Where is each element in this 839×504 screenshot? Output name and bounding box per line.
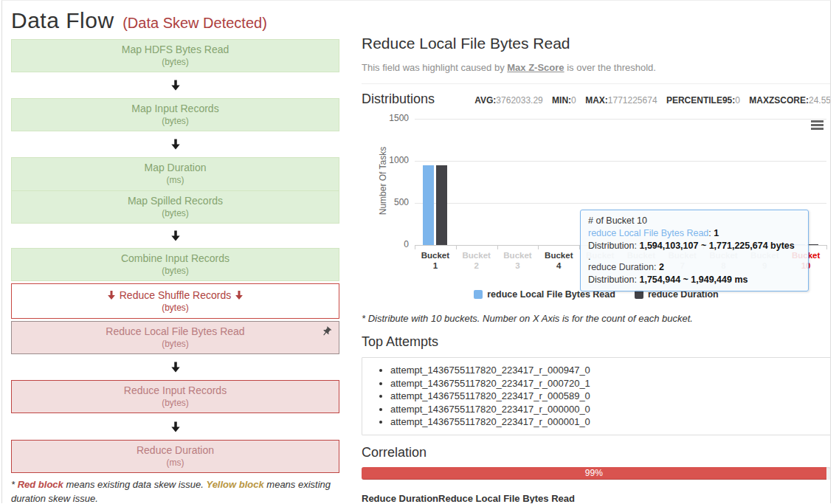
- detail-title: Reduce Local File Bytes Read: [362, 35, 831, 52]
- flow-block-map-spilled-records[interactable]: Map Spilled Records (bytes): [11, 190, 339, 224]
- stat-value: 1771225674: [608, 95, 657, 106]
- flow-connector: [11, 131, 339, 157]
- flow-connector: [11, 72, 339, 98]
- x-axis-label: Bucket3: [497, 250, 539, 271]
- max-zscore-link[interactable]: Max Z-Score: [507, 62, 564, 73]
- block-unit: (ms): [12, 175, 339, 186]
- y-axis-title: Number Of Tasks: [378, 133, 388, 229]
- flow-block-map-input-records[interactable]: Map Input Records (bytes): [11, 98, 339, 131]
- x-axis-tick: [826, 245, 827, 249]
- correlation-heading: Correlation: [362, 444, 831, 460]
- arrow-down-icon: [170, 229, 181, 242]
- x-axis-label: Bucket4: [538, 250, 579, 271]
- y-axis-tick-label: 500: [370, 197, 409, 207]
- x-axis-tick: [415, 245, 415, 249]
- flow-block-map-duration[interactable]: Map Duration (ms): [11, 157, 339, 190]
- flow-block-combine-input-records[interactable]: Combine Input Records (bytes): [11, 248, 339, 281]
- x-axis-label: Bucket2: [456, 250, 497, 271]
- arrow-down-icon: [107, 290, 116, 300]
- block-label: Map Input Records: [12, 102, 339, 116]
- y-axis-tick-label: 1000: [370, 155, 409, 165]
- chart-bar[interactable]: [423, 165, 434, 245]
- y-axis-tick-label: 1500: [370, 113, 409, 123]
- x-axis-tick: [456, 245, 457, 249]
- distributions-header-row: Distributions AVG:3762033.29 MIN:0 MAX:1…: [362, 91, 831, 107]
- distribution-stats: AVG:3762033.29 MIN:0 MAX:1771225674 PERC…: [468, 95, 831, 106]
- flow-block-reduce-local-file-bytes-read[interactable]: Reduce Local File Bytes Read (bytes): [11, 321, 339, 354]
- x-axis-tick: [497, 245, 498, 249]
- x-axis-label: Bucket1: [415, 250, 456, 271]
- block-unit: (bytes): [12, 208, 339, 219]
- tooltip-series-value: 1: [714, 228, 719, 238]
- block-unit: (bytes): [12, 339, 339, 350]
- tooltip-series-row: reduce Duration: 2: [588, 261, 801, 274]
- stat-label: PERCENTILE95:: [666, 95, 735, 106]
- correlation-progress-track: 99%: [362, 467, 831, 480]
- block-label: Map HDFS Bytes Read: [12, 43, 339, 57]
- tooltip-series-name: reduce Local File Bytes Read: [588, 228, 708, 238]
- stat-label: AVG:: [474, 95, 496, 106]
- flow-block-reduce-duration[interactable]: Reduce Duration (ms): [11, 440, 339, 473]
- arrow-down-icon: [235, 290, 244, 300]
- stat-label: MAX:: [585, 95, 608, 106]
- block-label: Reduce Shuffle Records: [12, 289, 339, 303]
- flow-connector: [11, 413, 339, 440]
- page-header: Data Flow (Data Skew Detected): [11, 8, 339, 39]
- chart-footnote: * Distribute with 10 buckets. Number on …: [362, 313, 831, 324]
- divider: [362, 83, 831, 84]
- flow-block-reduce-shuffle-records[interactable]: Reduce Shuffle Records (bytes): [11, 283, 339, 319]
- pin-icon: [321, 326, 332, 339]
- flow-connector: [11, 224, 339, 248]
- red-block-label: Red block: [18, 479, 63, 490]
- tooltip-distribution-row: Distribution: 1,594,103,107 ~ 1,771,225,…: [588, 240, 801, 252]
- block-label: Reduce Duration: [12, 443, 339, 458]
- stat-value: 24.55: [809, 95, 831, 106]
- gridline: [415, 161, 826, 162]
- attempt-item: attempt_1436755117820_223417_r_000001_0: [390, 415, 824, 429]
- top-attempts-box: attempt_1436755117820_223417_r_000947_0 …: [362, 357, 831, 435]
- block-unit: (bytes): [12, 266, 339, 277]
- tooltip-separator: .: [588, 252, 801, 261]
- stat-label: MAXZSCORE:: [749, 95, 809, 106]
- chart-tooltip: # of Bucket 10 reduce Local File Bytes R…: [580, 210, 809, 291]
- top-attempts-heading: Top Attempts: [362, 334, 831, 350]
- detail-panel: Reduce Local File Bytes Read This field …: [362, 1, 831, 503]
- attempt-item: attempt_1436755117820_223417_r_000947_0: [390, 364, 824, 377]
- stat-value: 0: [571, 95, 576, 106]
- arrow-down-icon: [170, 421, 181, 433]
- gridline: [415, 203, 826, 204]
- arrow-down-icon: [170, 138, 181, 151]
- tooltip-distribution-row: Distribution: 1,754,944 ~ 1,949,449 ms: [588, 274, 801, 286]
- block-unit: (bytes): [12, 303, 339, 314]
- attempt-item: attempt_1436755117820_223417_r_000720_1: [390, 377, 824, 390]
- tooltip-series-value: 2: [659, 262, 664, 272]
- block-unit: (bytes): [12, 398, 339, 409]
- attempt-item: attempt_1436755117820_223417_r_000000_0: [390, 403, 824, 416]
- top-attempts-list: attempt_1436755117820_223417_r_000947_0 …: [368, 364, 824, 429]
- data-flow-panel: Data Flow (Data Skew Detected) Map HDFS …: [11, 1, 339, 503]
- y-axis-tick-label: 0: [370, 239, 409, 249]
- block-unit: (ms): [12, 458, 339, 469]
- chart-export-menu-button[interactable]: [811, 120, 824, 130]
- distributions-heading: Distributions: [362, 91, 435, 107]
- stat-label: MIN:: [552, 95, 571, 106]
- block-label: Map Spilled Records: [12, 194, 339, 208]
- legend-swatch-icon: [474, 290, 483, 299]
- flow-block-map-hdfs-bytes-read[interactable]: Map HDFS Bytes Read (bytes): [11, 39, 339, 72]
- page-title: Data Flow: [11, 8, 114, 32]
- tooltip-series-name: reduce Duration: [588, 262, 654, 272]
- tooltip-header: # of Bucket 10: [588, 215, 801, 227]
- attempt-item: attempt_1436755117820_223417_r_000589_0: [390, 390, 824, 403]
- block-label: Reduce Input Records: [12, 384, 339, 398]
- correlation-progress-fill: 99%: [362, 467, 826, 480]
- chart-bar[interactable]: [436, 165, 447, 245]
- yellow-block-label: Yellow block: [206, 479, 263, 490]
- arrow-down-icon: [170, 79, 181, 92]
- flow-block-reduce-input-records[interactable]: Reduce Input Records (bytes): [11, 380, 339, 413]
- stat-value: 3762033.29: [496, 95, 542, 106]
- block-unit: (bytes): [12, 116, 339, 127]
- flow-connector: [11, 354, 339, 380]
- stat-value: 0: [735, 95, 740, 106]
- hamburger-icon: [811, 120, 824, 122]
- flow-legend-note: * Red block means existing data skew iss…: [11, 477, 339, 503]
